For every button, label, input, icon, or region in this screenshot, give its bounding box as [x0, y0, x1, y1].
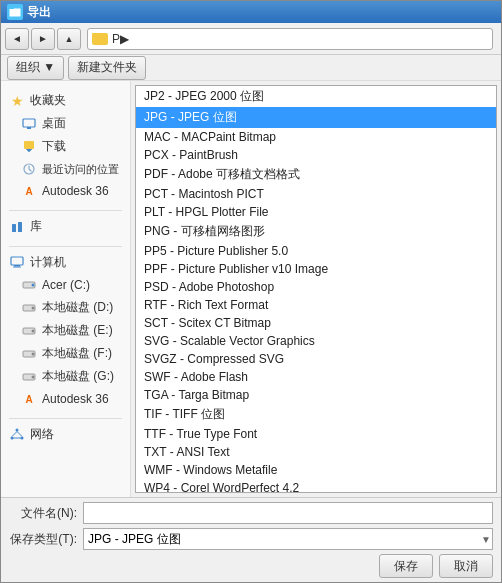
- list-item[interactable]: SWF - Adobe Flash: [136, 368, 496, 386]
- filetype-select-wrapper: JPG - JPEG 位图 ▼: [83, 528, 493, 550]
- organize-button[interactable]: 组织 ▼: [7, 56, 64, 80]
- sidebar-item-downloads[interactable]: 下载: [1, 135, 130, 158]
- svg-rect-3: [27, 127, 31, 129]
- sidebar-item-disk-d[interactable]: 本地磁盘 (D:): [1, 296, 130, 319]
- downloads-icon: [21, 139, 37, 155]
- filetype-row: 保存类型(T): JPG - JPEG 位图 ▼: [9, 528, 493, 550]
- svg-rect-1: [9, 6, 14, 9]
- list-item[interactable]: TIF - TIFF 位图: [136, 404, 496, 425]
- list-item[interactable]: PPF - Picture Publisher v10 Image: [136, 260, 496, 278]
- list-item[interactable]: TGA - Targa Bitmap: [136, 386, 496, 404]
- svg-rect-6: [12, 224, 16, 232]
- export-dialog: 导出 ◄ ► ▲ P▶ 组织 ▼ 新建文件夹 ★ 收藏夹: [0, 0, 502, 583]
- address-text: P▶: [112, 32, 129, 46]
- svg-point-18: [32, 352, 35, 355]
- forward-button[interactable]: ►: [31, 28, 55, 50]
- favorites-label: 收藏夹: [30, 92, 66, 109]
- file-type-list[interactable]: JP2 - JPEG 2000 位图JPG - JPEG 位图MAC - MAC…: [135, 85, 497, 493]
- svg-point-14: [32, 306, 35, 309]
- list-item[interactable]: WMF - Windows Metafile: [136, 461, 496, 479]
- filename-input[interactable]: [83, 502, 493, 524]
- list-item[interactable]: PDF - Adobe 可移植文档格式: [136, 164, 496, 185]
- title-text: 导出: [27, 4, 51, 21]
- svg-point-20: [32, 375, 35, 378]
- sidebar-item-recent[interactable]: 最近访问的位置: [1, 158, 130, 180]
- library-icon: [9, 219, 25, 235]
- star-icon: ★: [9, 93, 25, 109]
- desktop-label: 桌面: [42, 115, 66, 132]
- svg-line-25: [17, 432, 22, 437]
- up-button[interactable]: ▲: [57, 28, 81, 50]
- list-item[interactable]: SVGZ - Compressed SVG: [136, 350, 496, 368]
- title-bar-icon: [7, 4, 23, 20]
- downloads-label: 下载: [42, 138, 66, 155]
- svg-point-12: [32, 284, 35, 287]
- sidebar-item-desktop[interactable]: 桌面: [1, 112, 130, 135]
- separator2: [9, 246, 122, 247]
- list-item[interactable]: MAC - MACPaint Bitmap: [136, 128, 496, 146]
- title-bar: 导出: [1, 1, 501, 23]
- svg-rect-8: [11, 257, 23, 265]
- disk-g-icon: [21, 369, 37, 385]
- list-item[interactable]: WP4 - Corel WordPerfect 4.2: [136, 479, 496, 493]
- list-item[interactable]: PCX - PaintBrush: [136, 146, 496, 164]
- acer-label: Acer (C:): [42, 278, 90, 292]
- disk-e-icon: [21, 323, 37, 339]
- sidebar-item-favorites[interactable]: ★ 收藏夹: [1, 89, 130, 112]
- autodesk1-icon: A: [21, 183, 37, 199]
- list-item[interactable]: TXT - ANSI Text: [136, 443, 496, 461]
- disk-e-label: 本地磁盘 (E:): [42, 322, 113, 339]
- content-area: ★ 收藏夹 桌面 下载: [1, 81, 501, 497]
- network-icon: [9, 427, 25, 443]
- disk-f-icon: [21, 346, 37, 362]
- sidebar-item-autodesk1[interactable]: A Autodesk 36: [1, 180, 130, 202]
- list-item[interactable]: JP2 - JPEG 2000 位图: [136, 86, 496, 107]
- sidebar-item-acer[interactable]: Acer (C:): [1, 274, 130, 296]
- disk-d-icon: [21, 300, 37, 316]
- svg-rect-4: [24, 141, 34, 149]
- library-section: 库: [1, 215, 130, 238]
- disk-g-label: 本地磁盘 (G:): [42, 368, 114, 385]
- list-item[interactable]: SCT - Scitex CT Bitmap: [136, 314, 496, 332]
- sidebar-item-library[interactable]: 库: [1, 215, 130, 238]
- favorites-section: ★ 收藏夹 桌面 下载: [1, 89, 130, 202]
- filetype-label: 保存类型(T):: [9, 531, 77, 548]
- svg-rect-10: [13, 267, 21, 268]
- svg-point-16: [32, 329, 35, 332]
- back-button[interactable]: ◄: [5, 28, 29, 50]
- list-item[interactable]: PNG - 可移植网络图形: [136, 221, 496, 242]
- recent-label: 最近访问的位置: [42, 162, 119, 177]
- list-item[interactable]: PP5 - Picture Publisher 5.0: [136, 242, 496, 260]
- cancel-button[interactable]: 取消: [439, 554, 493, 578]
- list-item[interactable]: SVG - Scalable Vector Graphics: [136, 332, 496, 350]
- svg-point-21: [16, 429, 19, 432]
- autodesk2-label: Autodesk 36: [42, 392, 109, 406]
- sidebar-item-autodesk2[interactable]: A Autodesk 36: [1, 388, 130, 410]
- svg-rect-0: [9, 8, 21, 17]
- button-row: 保存 取消: [9, 554, 493, 578]
- sidebar-item-network[interactable]: 网络: [1, 423, 130, 446]
- list-item[interactable]: PCT - Macintosh PICT: [136, 185, 496, 203]
- autodesk2-icon: A: [21, 391, 37, 407]
- list-item[interactable]: JPG - JPEG 位图: [136, 107, 496, 128]
- address-bar: P▶: [87, 28, 493, 50]
- sidebar-item-disk-f[interactable]: 本地磁盘 (F:): [1, 342, 130, 365]
- list-item[interactable]: PSD - Adobe Photoshop: [136, 278, 496, 296]
- computer-section: 计算机 Acer (C:) 本地磁盘 (D:): [1, 251, 130, 410]
- acer-drive-icon: [21, 277, 37, 293]
- list-item[interactable]: TTF - True Type Font: [136, 425, 496, 443]
- new-folder-button[interactable]: 新建文件夹: [68, 56, 146, 80]
- list-item[interactable]: RTF - Rich Text Format: [136, 296, 496, 314]
- library-label: 库: [30, 218, 42, 235]
- autodesk1-label: Autodesk 36: [42, 184, 109, 198]
- sidebar-item-disk-g[interactable]: 本地磁盘 (G:): [1, 365, 130, 388]
- network-label: 网络: [30, 426, 54, 443]
- svg-rect-7: [18, 222, 22, 232]
- filename-row: 文件名(N):: [9, 502, 493, 524]
- list-item[interactable]: PLT - HPGL Plotter File: [136, 203, 496, 221]
- main-panel: JP2 - JPEG 2000 位图JPG - JPEG 位图MAC - MAC…: [131, 81, 501, 497]
- sidebar-item-disk-e[interactable]: 本地磁盘 (E:): [1, 319, 130, 342]
- save-button[interactable]: 保存: [379, 554, 433, 578]
- filetype-display[interactable]: JPG - JPEG 位图: [83, 528, 493, 550]
- sidebar-item-computer[interactable]: 计算机: [1, 251, 130, 274]
